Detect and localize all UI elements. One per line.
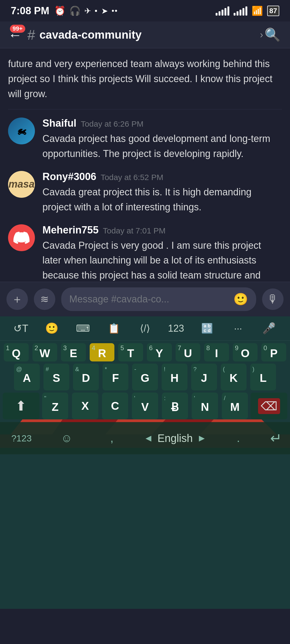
key-y[interactable]: 6 Y: [147, 343, 172, 361]
emoji-bottom-button[interactable]: ☺: [53, 432, 80, 445]
channel-hash-icon: #: [27, 27, 35, 43]
telegram-filled-icon: ✈: [84, 6, 91, 16]
keyboard-icon: ⌨: [76, 323, 90, 334]
kb-code-button[interactable]: ⟨/⟩: [134, 318, 156, 339]
chevron-icon: ›: [260, 29, 263, 41]
message-text: Cavada Project is very good . I am sure …: [42, 238, 282, 282]
plus-icon: ＋: [12, 292, 23, 307]
key-c[interactable]: C: [102, 393, 128, 419]
key-a[interactable]: @ A: [14, 364, 40, 390]
signal-bars-2: [234, 6, 247, 16]
message-header: Shaiful Today at 6:26 PM: [42, 118, 282, 129]
sticker-button[interactable]: ≋: [34, 288, 55, 310]
key-e[interactable]: 3 E: [61, 343, 86, 361]
refresh-t-icon: ↺T: [13, 323, 28, 334]
messages-area: future and very experienced team always …: [0, 48, 290, 282]
asdf-row: @ A # S & D * F - G ! H: [3, 364, 287, 390]
dots-icon: ••: [112, 6, 118, 15]
search-icon: 🔍: [264, 27, 281, 42]
discord-icon: [13, 230, 30, 246]
key-b[interactable]: : Ƀ: [162, 393, 188, 419]
kb-refresh-t-button[interactable]: ↺T: [10, 318, 32, 339]
key-n[interactable]: ' N: [192, 393, 218, 419]
code-icon: ⟨/⟩: [140, 323, 150, 334]
key-m[interactable]: / M: [222, 393, 248, 419]
alarm-icon: ⏰: [54, 5, 66, 16]
signal-bars-1: [216, 6, 229, 16]
delete-key[interactable]: ⌫: [251, 393, 287, 419]
key-j[interactable]: ? J: [191, 364, 217, 390]
search-button[interactable]: 🔍: [263, 25, 282, 44]
language-label: English: [158, 432, 193, 444]
kb-more-button[interactable]: ···: [227, 318, 249, 339]
message-content: Rony#3006 Today at 6:52 PM Cavada great …: [42, 171, 282, 215]
keyboard-toolbar: ↺T 🙂 ⌨ 📋 ⟨/⟩ 123 🔡 ··· 🎤: [0, 316, 290, 341]
partial-message: future and very experienced team always …: [8, 54, 282, 109]
back-button[interactable]: ← 99+: [8, 27, 22, 43]
key-l[interactable]: ) L: [250, 364, 276, 390]
key-q[interactable]: 1 Q: [4, 343, 29, 361]
kb-123-button[interactable]: 123: [165, 318, 187, 339]
key-x[interactable]: X: [72, 393, 98, 419]
comma-button[interactable]: ,: [99, 432, 125, 445]
key-g[interactable]: - G: [132, 364, 158, 390]
period-button[interactable]: .: [225, 432, 252, 445]
key-t[interactable]: 5 T: [118, 343, 143, 361]
language-icon: 🔡: [201, 323, 213, 334]
shift-key[interactable]: ⬆: [3, 393, 39, 419]
key-r[interactable]: 4 R: [90, 343, 115, 361]
symbols-button[interactable]: ?123: [8, 433, 35, 444]
message-time: Today at 6:52 PM: [101, 173, 163, 182]
status-left: 7:08 PM ⏰ 🎧 ✈ ▪ ➤ ••: [11, 5, 118, 17]
clipboard-icon: 📋: [108, 323, 120, 334]
enter-button[interactable]: ↵: [270, 430, 282, 446]
avatar: 🏍: [8, 118, 35, 144]
channel-name[interactable]: cavada-community: [39, 28, 257, 41]
message-text: Cavada great project this is. It is high…: [42, 185, 282, 215]
key-f[interactable]: * F: [103, 364, 128, 390]
key-w[interactable]: 2 W: [32, 343, 57, 361]
status-time: 7:08 PM: [11, 5, 49, 17]
message-username: Rony#3006: [42, 171, 96, 182]
kb-mic-button[interactable]: 🎤: [258, 318, 280, 339]
key-i[interactable]: 8 I: [204, 343, 229, 361]
key-z[interactable]: " Z: [42, 393, 68, 419]
mic-button[interactable]: 🎙: [262, 288, 284, 310]
key-d[interactable]: & D: [73, 364, 99, 390]
kb-language-button[interactable]: 🔡: [196, 318, 218, 339]
key-h[interactable]: ! H: [162, 364, 187, 390]
status-icons: ⏰ 🎧 ✈ ▪ ➤ ••: [54, 5, 118, 16]
language-selector[interactable]: ◄ English ►: [144, 432, 206, 444]
mic-icon: 🎙: [267, 293, 278, 306]
zxcv-row: ⬆ " Z X C ' V : Ƀ ' N: [3, 393, 287, 419]
message-text: Cavada project has good development and …: [42, 131, 282, 161]
message-username: Meherin755: [42, 224, 99, 236]
message-input-wrapper[interactable]: Message #cavada-co... 🙂: [61, 287, 256, 311]
avatar: masa: [8, 171, 35, 198]
lang-left-arrow[interactable]: ◄: [144, 433, 153, 444]
keyboard-bottom-bar: ?123 ☺ , ◄ English ► . ↵: [0, 422, 290, 454]
key-o[interactable]: 9 O: [233, 343, 258, 361]
channel-header: ← 99+ # cavada-community › 🔍: [0, 21, 290, 48]
plus-button[interactable]: ＋: [6, 288, 28, 310]
kb-emoji-button[interactable]: 🙂: [41, 318, 63, 339]
key-k[interactable]: ( K: [221, 364, 247, 390]
shift-icon: ⬆: [15, 398, 27, 414]
kb-keyboard-button[interactable]: ⌨: [72, 318, 94, 339]
headphone-icon: 🎧: [69, 5, 81, 16]
key-p[interactable]: 0 P: [261, 343, 286, 361]
delete-icon: ⌫: [258, 398, 280, 414]
message-item: Meherin755 Today at 7:01 PM Cavada Proje…: [8, 224, 282, 282]
key-v[interactable]: ' V: [132, 393, 158, 419]
input-bar: ＋ ≋ Message #cavada-co... 🙂 🎙: [0, 282, 290, 316]
more-icon: ···: [234, 323, 242, 334]
lang-right-arrow[interactable]: ►: [197, 433, 207, 444]
wifi-icon: 📶: [252, 5, 263, 16]
key-u[interactable]: 7 U: [176, 343, 201, 361]
status-bar: 7:08 PM ⏰ 🎧 ✈ ▪ ➤ •• 📶 87: [0, 0, 290, 21]
kb-clipboard-button[interactable]: 📋: [103, 318, 125, 339]
message-time: Today at 7:01 PM: [103, 226, 165, 235]
key-s[interactable]: # S: [44, 364, 69, 390]
emoji-toolbar-icon: 🙂: [45, 322, 59, 335]
emoji-button[interactable]: 🙂: [233, 292, 248, 306]
